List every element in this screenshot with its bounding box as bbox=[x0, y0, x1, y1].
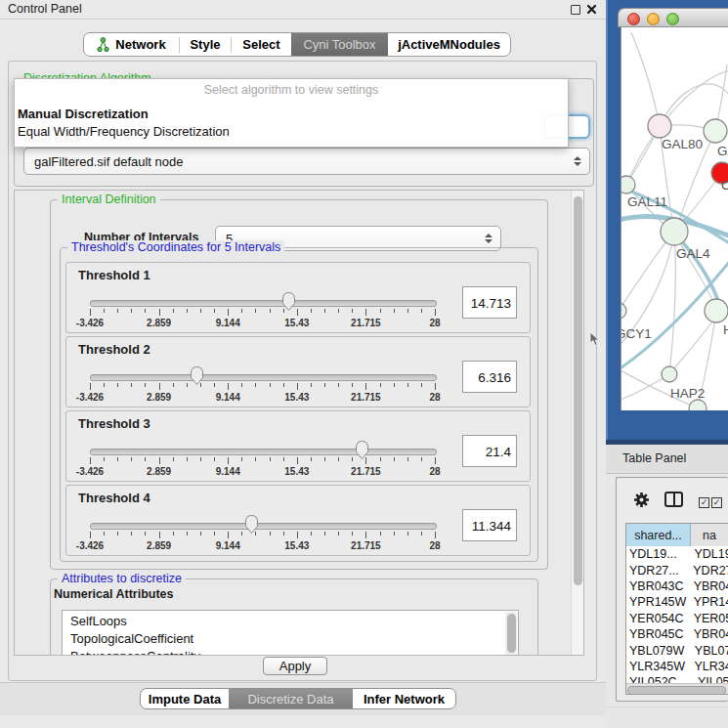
shared-name-cell: YBR043C bbox=[626, 579, 688, 593]
hap2-node[interactable] bbox=[662, 366, 677, 382]
checkbox-checked-icon[interactable]: ✓ bbox=[699, 497, 709, 508]
tick-label: 15.43 bbox=[284, 318, 309, 328]
tick bbox=[311, 309, 312, 313]
slider-track[interactable] bbox=[90, 374, 437, 381]
tick bbox=[228, 457, 229, 464]
node-label: GAL80 bbox=[662, 137, 703, 151]
name-cell: YBL07 bbox=[689, 644, 728, 658]
window-zoom-traffic-icon[interactable] bbox=[666, 13, 679, 25]
node-label: HAP2 bbox=[670, 386, 705, 401]
tick bbox=[352, 532, 353, 535]
tick-label: 15.43 bbox=[284, 392, 309, 403]
gal80-node[interactable] bbox=[648, 114, 671, 138]
table-row[interactable]: YBR043CYBR04 bbox=[626, 578, 728, 594]
tick bbox=[394, 309, 395, 313]
tick bbox=[365, 383, 366, 390]
network-window-titlebar[interactable] bbox=[618, 8, 728, 27]
table-body: YDL19...YDL19YDR27...YDR27YBR043CYBR04YP… bbox=[626, 546, 728, 691]
tick-label: 9.144 bbox=[216, 392, 240, 403]
tab-cyni-toolbox[interactable]: Cyni Toolbox bbox=[291, 33, 388, 56]
tick bbox=[173, 532, 174, 535]
tick bbox=[421, 457, 422, 461]
tick bbox=[200, 309, 201, 313]
slider-track[interactable] bbox=[90, 523, 437, 530]
tick bbox=[228, 383, 229, 390]
split-columns-icon[interactable] bbox=[664, 492, 683, 507]
tick bbox=[187, 457, 188, 461]
apply-button[interactable]: Apply bbox=[263, 657, 327, 675]
gear-icon[interactable] bbox=[633, 492, 650, 508]
tick-label: 15.43 bbox=[284, 466, 309, 477]
table-row[interactable]: YDR27...YDR27 bbox=[626, 562, 728, 578]
tick bbox=[214, 383, 215, 387]
name-cell: YBR04 bbox=[688, 627, 728, 641]
control-panel: Control Panel Network Style Select Cyni … bbox=[0, 0, 607, 728]
apply-button-label: Apply bbox=[279, 659, 312, 673]
tab-network[interactable]: Network bbox=[84, 33, 179, 56]
table-row[interactable]: YER054CYER05 bbox=[626, 611, 728, 626]
slider-scale: -3.4262.8599.14415.4321.71528 bbox=[90, 540, 435, 551]
node[interactable] bbox=[705, 299, 728, 322]
network-canvas[interactable]: GAL80GACGAL11GAL4GCY1HHAP2 bbox=[621, 27, 728, 410]
close-icon[interactable] bbox=[586, 4, 597, 15]
settings-viewport: Interval Definition Number of Intervals … bbox=[14, 190, 584, 656]
table-data-combo[interactable]: galFiltered.sif default node bbox=[23, 148, 590, 175]
gcy1-node[interactable] bbox=[621, 303, 626, 319]
settings-scrollbar[interactable] bbox=[571, 191, 584, 655]
tab-network-label: Network bbox=[115, 37, 165, 52]
gal11-node[interactable] bbox=[621, 176, 635, 193]
horizontal-scrollbar[interactable] bbox=[626, 683, 728, 695]
tick bbox=[214, 309, 215, 313]
attribute-item[interactable]: BetweennessCentrality bbox=[70, 648, 518, 656]
tick bbox=[435, 532, 436, 538]
column-header-shared-name[interactable]: shared... bbox=[626, 524, 691, 546]
settings-scrollbar-thumb[interactable] bbox=[574, 196, 582, 585]
tick bbox=[200, 457, 201, 461]
threshold-label: Threshold 2 bbox=[78, 342, 150, 357]
tab-style[interactable]: Style bbox=[180, 33, 231, 56]
threshold-value-field[interactable]: 11.344 bbox=[462, 509, 517, 541]
table-row[interactable]: YLR345WYLR34 bbox=[626, 659, 728, 674]
node[interactable] bbox=[704, 119, 727, 143]
tick bbox=[407, 309, 408, 313]
table-row[interactable]: YPR145WYPR14 bbox=[626, 594, 728, 610]
tick bbox=[145, 532, 146, 535]
tab-jactivemnodules[interactable]: jActiveMNodules bbox=[388, 33, 510, 56]
slider-track[interactable] bbox=[90, 449, 437, 455]
numerical-attributes-list[interactable]: SelfLoopsTopologicalCoefficientBetweenne… bbox=[62, 610, 519, 656]
popup-option-equal-width[interactable]: Equal Width/Frequency Discretization bbox=[18, 124, 230, 139]
column-header-name[interactable]: na bbox=[691, 524, 728, 546]
popup-option-manual[interactable]: Manual Discretization bbox=[18, 107, 149, 121]
tick bbox=[380, 457, 381, 461]
tick bbox=[338, 309, 339, 313]
slider-track[interactable] bbox=[90, 300, 437, 307]
table-row[interactable]: YBR045CYBR04 bbox=[626, 626, 728, 642]
attribute-item[interactable]: SelfLoops bbox=[70, 613, 518, 630]
threshold-label: Threshold 3 bbox=[78, 416, 150, 431]
attribute-item[interactable]: TopologicalCoefficient bbox=[70, 630, 518, 648]
tab-select[interactable]: Select bbox=[232, 33, 291, 56]
tab-impute-data[interactable]: Impute Data bbox=[141, 689, 229, 708]
tick bbox=[145, 309, 146, 313]
window-close-traffic-icon[interactable] bbox=[627, 13, 640, 25]
tab-infer-network[interactable]: Infer Network bbox=[353, 689, 455, 708]
threshold-value-field[interactable]: 21.4 bbox=[462, 435, 517, 467]
node[interactable] bbox=[689, 400, 707, 410]
table-row[interactable]: YDL19...YDL19 bbox=[626, 546, 728, 562]
tick-label: 2.859 bbox=[147, 318, 171, 328]
attributes-scrollbar[interactable] bbox=[505, 612, 517, 656]
table-row[interactable]: YBL079WYBL07 bbox=[626, 642, 728, 658]
gal4-node[interactable] bbox=[661, 218, 688, 245]
window-minimize-traffic-icon[interactable] bbox=[647, 13, 660, 25]
tick bbox=[283, 383, 284, 387]
attributes-scrollbar-thumb[interactable] bbox=[507, 614, 516, 653]
checkbox-checked-icon[interactable]: ✓ bbox=[711, 497, 722, 508]
horizontal-scrollbar-thumb[interactable] bbox=[627, 686, 726, 695]
float-icon[interactable] bbox=[571, 5, 580, 15]
tab-discretize-data[interactable]: Discretize Data bbox=[229, 689, 353, 708]
tick-label: 2.859 bbox=[147, 466, 171, 477]
tick bbox=[173, 309, 174, 313]
threshold-value-field[interactable]: 6.316 bbox=[462, 361, 517, 393]
threshold-value-field[interactable]: 14.713 bbox=[462, 286, 517, 319]
tick bbox=[187, 309, 188, 313]
